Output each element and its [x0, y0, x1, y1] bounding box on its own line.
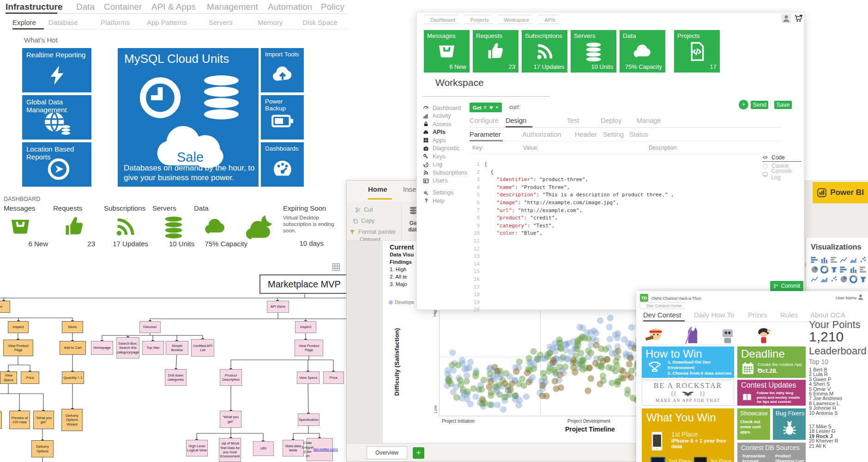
flow-node-view-product-page[interactable]: View Product Page [3, 340, 33, 356]
avatar-icon[interactable] [857, 293, 864, 301]
dashboard-stat-requests[interactable]: Requests23 [53, 204, 97, 248]
flow-node-view-specs[interactable]: View Specs [0, 371, 17, 384]
flow-node-discover[interactable]: Discover [139, 321, 161, 333]
flow-node-price[interactable]: Price [21, 371, 39, 384]
contest-breadcrumb[interactable]: Dev Contest Home [639, 302, 689, 309]
waterfall-chart-icon[interactable] [850, 266, 857, 273]
sidebar-item-dashboard[interactable]: Dashboard [423, 104, 469, 112]
flow-node-api-store[interactable]: API Store [267, 301, 289, 313]
contest-tab-daily-how-to[interactable]: Daily How To [694, 311, 734, 319]
dashboard-stat-subscriptions[interactable]: Subscriptions17 Updates [104, 204, 150, 248]
cart-icon[interactable] [794, 14, 803, 23]
nav-tab-container[interactable]: Container [104, 2, 142, 12]
treemap-icon[interactable] [850, 275, 857, 283]
flow-node-edge[interactable] [0, 412, 2, 429]
subtab-authorization[interactable]: Authorization [522, 131, 561, 138]
flow-node-certified-api-list[interactable]: Certified API List [191, 339, 214, 357]
flow-node-inspect[interactable]: Inspect [8, 321, 29, 333]
flow-node--what-you-get-[interactable]: "What you get" [33, 411, 54, 429]
save-button[interactable]: Save [774, 101, 792, 109]
flow-node-link[interactable]: dev.twitter.com) [313, 447, 338, 451]
subtab-header[interactable]: Header [575, 131, 597, 138]
flow-node--what-you-get-[interactable]: "What you get" [220, 411, 241, 428]
contest-tab-rules[interactable]: Rules [780, 311, 798, 319]
tile-mysql-cloud-units[interactable]: MySQL Cloud Units Sale Databases on dema… [118, 48, 259, 187]
breadcrumb-projects[interactable]: Projects [464, 15, 496, 24]
flow-node-code-snippet-like-on[interactable]: Code Snippet (Like on dev.twitter.com) [307, 438, 333, 461]
tile-dashboards[interactable]: Dashboards [261, 142, 304, 187]
tile-import-tools[interactable]: Import Tools [261, 48, 304, 92]
sub-tab-platforms[interactable]: Platforms [101, 18, 130, 26]
tile-requests[interactable]: Requests23 [473, 30, 518, 73]
breadcrumb-workspace[interactable]: Workspace [498, 15, 537, 24]
contest-updates-tile[interactable]: Contest Updates Follow the daily blog po… [737, 380, 806, 406]
flow-node-view-product-page[interactable]: View Product Page [295, 340, 323, 356]
dashboard-stat-messages[interactable]: Messages6 New [4, 204, 50, 248]
stacked-area-chart-icon[interactable] [820, 266, 828, 273]
tab-test[interactable]: Test [567, 117, 579, 124]
tab-manage[interactable]: Manage [637, 117, 661, 124]
flow-node-move[interactable]: Move [62, 321, 83, 333]
funnel-chart-icon[interactable] [859, 266, 867, 273]
send-button[interactable]: Send [751, 101, 768, 109]
how-to-win-tile[interactable]: How to Win 1. Download the Dev Environme… [642, 346, 734, 378]
flow-node-inspect[interactable]: Inspect [295, 321, 316, 333]
subtab-setting[interactable]: Setting [603, 131, 624, 138]
nav-tab-policy[interactable]: Policy [321, 2, 344, 12]
cut-button[interactable]: Cut [355, 205, 373, 214]
subtab-parameter[interactable]: Parameter [470, 131, 501, 138]
tile-global-data-management[interactable]: Global Data Management [22, 95, 91, 140]
sidebar-item-settings[interactable]: Settings [423, 189, 469, 197]
donut-chart-icon[interactable] [830, 275, 838, 283]
flow-node-quantity-1[interactable]: Quantity = 1 [62, 371, 84, 384]
format-painter-button[interactable]: Format painter [350, 227, 396, 237]
flow-node-top-nav[interactable]: Top Nav [142, 341, 164, 355]
flow-node-product-description[interactable]: Product Description [220, 369, 242, 386]
clustered-column-chart-icon[interactable] [820, 256, 828, 263]
tile-projects[interactable]: Projects17 [674, 30, 720, 73]
flow-node-price[interactable]: Price [323, 371, 344, 384]
tile-location-based-reports[interactable]: Location Based Reports [22, 142, 91, 187]
flow-node-meta-data-fields[interactable]: Meta data fields [283, 440, 304, 456]
breadcrumb-dashboard[interactable]: Dashboard [424, 15, 463, 24]
tile-subscriptions[interactable]: Subscriptions17 Updates [522, 30, 567, 73]
get-method-button[interactable]: Get ▼ [470, 103, 502, 112]
tile-data[interactable]: Data75% Capacity [620, 30, 665, 73]
line-chart-icon[interactable] [859, 256, 867, 263]
sub-tab-servers[interactable]: Servers [209, 18, 233, 26]
dot-plot-icon[interactable] [811, 275, 819, 283]
bug-fixers-tile[interactable]: Bug Fixers [773, 408, 806, 440]
user-icon[interactable] [782, 14, 791, 23]
scatter-chart-icon[interactable] [840, 266, 848, 273]
gauge-chart-icon[interactable] [840, 275, 848, 283]
flow-node-add-to-cart[interactable]: Add to Cart [60, 341, 86, 355]
copy-button[interactable]: Copy [352, 216, 374, 225]
showcase-tile[interactable]: Showcase Check out some cool apps. [737, 408, 770, 440]
stacked-column-chart-icon[interactable] [850, 256, 857, 263]
dashboard-stat-servers[interactable]: Servers10 Units [152, 204, 196, 248]
sub-tab-memory[interactable]: Memory [258, 18, 283, 26]
subtab-status[interactable]: Status [629, 131, 648, 138]
code-view-button[interactable]: Code [762, 153, 802, 162]
contest-tab-prizes[interactable]: Prizes [748, 311, 767, 319]
tile-power-backup[interactable]: Power Backup [261, 95, 304, 140]
sub-tab-disk-space[interactable]: Disk Space [302, 18, 338, 26]
add-button[interactable]: + [739, 100, 748, 109]
nav-tab-automation[interactable]: Automation [268, 2, 312, 12]
deadline-tile[interactable]: Deadline Create the coolest App by Oct.2… [737, 346, 806, 378]
flow-node-uri[interactable]: URI [253, 441, 274, 456]
flow-node-search-box-search-this-categ[interactable]: Search Box: Search this category/page [116, 337, 139, 359]
sidebar-item-users[interactable]: Users [423, 177, 469, 185]
flow-node-simple-browse[interactable]: Simple Browse [166, 341, 188, 355]
ribbon-tab-home[interactable]: Home [368, 185, 387, 193]
tile-messages[interactable]: Messages6 New [424, 30, 470, 73]
tab-design[interactable]: Design [506, 117, 526, 124]
area-chart-icon[interactable] [811, 266, 819, 273]
nav-tab-api-apps[interactable]: API & Apps [151, 2, 196, 12]
tile-realtime-reporting[interactable]: Realtime Reporting [22, 48, 91, 92]
flow-node-delivery-options-wizard[interactable]: Delivery Options Wizard [61, 409, 83, 431]
rockstar-tile[interactable]: BE A ROCKSTAR {{ }} MAKE AN APP FOR THAT [642, 380, 734, 406]
add-sheet-button[interactable]: + [413, 447, 424, 459]
bar-chart-icon[interactable] [830, 256, 838, 263]
contest-db-sources-tile[interactable]: Contest DB Sources TransactionAccount Pr… [737, 443, 806, 462]
